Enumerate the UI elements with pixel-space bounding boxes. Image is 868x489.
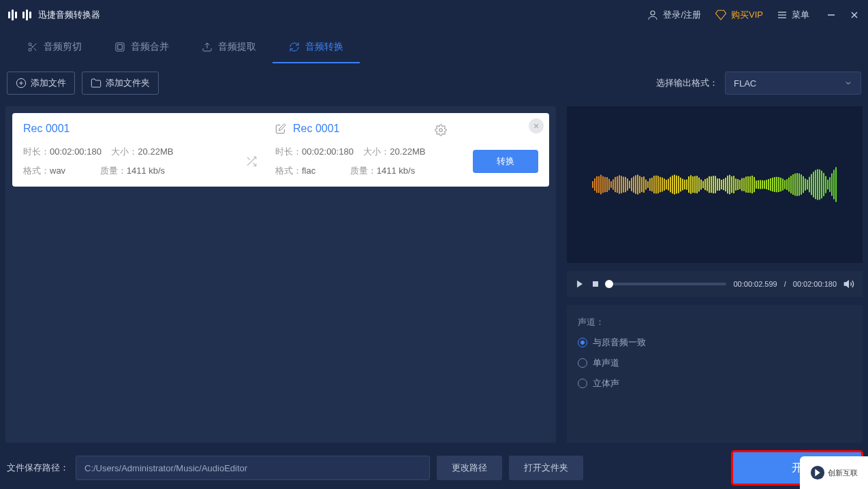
svg-rect-120 — [792, 174, 794, 195]
svg-rect-54 — [657, 176, 659, 193]
radio-icon — [578, 358, 587, 368]
svg-rect-112 — [776, 177, 777, 193]
svg-rect-94 — [739, 180, 741, 189]
svg-rect-67 — [684, 180, 685, 189]
svg-rect-26 — [600, 175, 602, 195]
title-bar: 迅捷音频转换器 登录/注册 购买VIP 菜单 — [0, 0, 868, 30]
svg-rect-65 — [680, 178, 681, 192]
svg-rect-56 — [662, 178, 663, 192]
radio-stereo[interactable]: 立体声 — [578, 377, 852, 390]
svg-rect-34 — [617, 176, 618, 193]
settings-icon[interactable] — [435, 124, 447, 136]
svg-rect-123 — [799, 174, 800, 196]
add-file-button[interactable]: 添加文件 — [7, 72, 75, 95]
src-line2: 格式：wav 质量：1411 kb/s — [23, 165, 228, 177]
minimize-button[interactable] — [826, 10, 837, 20]
svg-rect-71 — [692, 176, 694, 193]
tgt-line2: 格式：flac 质量：1411 kb/s — [275, 165, 459, 177]
svg-rect-133 — [819, 170, 820, 200]
svg-rect-75 — [700, 180, 702, 190]
svg-rect-13 — [118, 44, 123, 49]
svg-rect-37 — [623, 176, 624, 192]
play-icon[interactable] — [575, 279, 585, 289]
remove-file-button[interactable]: × — [529, 119, 544, 133]
change-path-button[interactable]: 更改路径 — [437, 456, 502, 480]
svg-rect-64 — [678, 176, 679, 193]
main-area: × Rec 0001 Rec 0001 时长：00:02:00:180 大小：2… — [0, 102, 868, 443]
svg-rect-33 — [615, 177, 616, 192]
svg-rect-143 — [593, 281, 598, 287]
svg-rect-90 — [731, 176, 732, 193]
output-format-select[interactable]: FLAC — [725, 72, 861, 95]
tab-convert-label: 音频转换 — [305, 41, 343, 53]
svg-rect-78 — [707, 178, 708, 191]
user-icon — [647, 9, 659, 21]
radio-mono[interactable]: 单声道 — [578, 357, 852, 369]
progress-bar[interactable] — [606, 283, 726, 285]
app-logo — [8, 10, 31, 20]
toolbar: 添加文件 添加文件夹 选择输出格式： FLAC — [0, 64, 868, 102]
edit-icon[interactable] — [275, 123, 286, 134]
folder-icon — [91, 78, 102, 89]
svg-rect-85 — [721, 180, 722, 189]
tab-cut[interactable]: 音频剪切 — [11, 30, 98, 63]
svg-rect-43 — [635, 175, 636, 193]
shuffle-icon[interactable] — [245, 155, 258, 168]
svg-rect-55 — [660, 177, 661, 192]
svg-rect-105 — [762, 180, 763, 189]
convert-button[interactable]: 转换 — [473, 150, 538, 173]
volume-icon[interactable] — [843, 279, 854, 289]
progress-knob[interactable] — [605, 280, 613, 288]
svg-rect-36 — [621, 176, 622, 193]
svg-rect-117 — [786, 179, 788, 190]
svg-rect-59 — [668, 178, 669, 190]
login-button[interactable]: 登录/注册 — [647, 9, 701, 21]
watermark-icon — [810, 465, 825, 480]
radio-stereo-label: 立体声 — [593, 377, 619, 390]
app-title: 迅捷音频转换器 — [38, 9, 100, 21]
svg-rect-92 — [735, 178, 737, 191]
save-path-input[interactable]: C:/Users/Administrator/Music/AudioEditor — [76, 456, 430, 480]
svg-rect-135 — [823, 173, 824, 196]
svg-rect-41 — [631, 178, 632, 191]
svg-rect-100 — [751, 176, 753, 193]
menu-button[interactable]: 菜单 — [777, 9, 809, 21]
svg-rect-38 — [625, 177, 626, 192]
svg-rect-30 — [608, 179, 610, 191]
tab-merge[interactable]: 音频合并 — [98, 30, 185, 63]
svg-rect-118 — [788, 178, 790, 192]
merge-icon — [114, 42, 125, 52]
close-button[interactable] — [849, 10, 860, 20]
radio-mono-label: 单声道 — [593, 357, 619, 369]
svg-rect-110 — [772, 178, 773, 191]
stop-icon[interactable] — [591, 280, 600, 288]
svg-rect-12 — [116, 43, 124, 51]
vip-button[interactable]: 购买VIP — [715, 9, 763, 21]
tab-extract[interactable]: 音频提取 — [185, 30, 273, 63]
svg-rect-66 — [682, 179, 683, 191]
tab-bar: 音频剪切 音频合并 音频提取 音频转换 — [0, 30, 868, 64]
radio-icon — [578, 338, 587, 347]
svg-rect-98 — [747, 176, 749, 193]
tgt-line1: 时长：00:02:00:180 大小：20.22MB — [275, 146, 459, 158]
radio-same-label: 与原音频一致 — [593, 336, 646, 349]
channel-label: 声道： — [578, 316, 852, 328]
svg-rect-22 — [592, 181, 593, 188]
svg-rect-114 — [780, 178, 781, 191]
svg-rect-63 — [676, 176, 677, 194]
close-icon — [850, 10, 859, 20]
svg-rect-126 — [805, 178, 806, 191]
tab-cut-label: 音频剪切 — [44, 41, 82, 53]
svg-point-0 — [651, 11, 655, 15]
tab-convert[interactable]: 音频转换 — [273, 30, 360, 63]
login-label: 登录/注册 — [663, 9, 701, 21]
svg-rect-83 — [717, 178, 718, 191]
open-folder-button[interactable]: 打开文件夹 — [509, 456, 583, 480]
svg-rect-124 — [801, 174, 802, 195]
radio-same[interactable]: 与原音频一致 — [578, 336, 852, 349]
svg-rect-99 — [749, 176, 751, 193]
svg-rect-35 — [619, 175, 620, 193]
time-total: 00:02:00:180 — [793, 280, 837, 288]
add-folder-button[interactable]: 添加文件夹 — [82, 72, 159, 95]
svg-rect-49 — [647, 181, 649, 188]
